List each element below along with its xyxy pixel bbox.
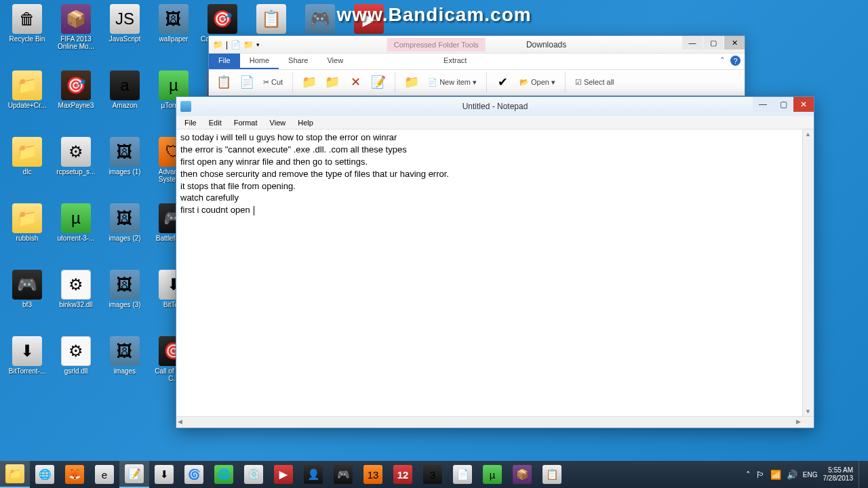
desktop-icon[interactable]: 📁rubbish <box>4 203 50 267</box>
context-tab-compressed[interactable]: Compressed Folder Tools <box>387 38 486 52</box>
taskbar-button[interactable]: 📄 <box>448 461 477 488</box>
qat-dropdown-icon[interactable]: ▾ <box>256 41 260 48</box>
desktop-icon-image: µ <box>61 203 91 233</box>
open-button[interactable]: 📂Open ▾ <box>517 77 558 88</box>
desktop-icon[interactable]: µutorrent-3-... <box>53 203 99 267</box>
taskbar-button[interactable]: 🦊 <box>60 461 90 488</box>
tray-clock[interactable]: 5:55 AM 7/28/2013 <box>823 466 854 483</box>
notepad-titlebar[interactable]: Untitled - Notepad — ▢ ✕ <box>176 97 814 116</box>
notepad-text-area[interactable]: so today i will tell u guys how to stop … <box>176 129 814 416</box>
desktop-icon-image: 📦 <box>61 4 91 34</box>
newfolder-icon[interactable]: 📁 <box>402 73 421 92</box>
menu-view[interactable]: View <box>264 117 292 128</box>
taskbar-button[interactable]: 3 <box>418 461 448 488</box>
minimize-button[interactable]: — <box>682 36 703 49</box>
menu-format[interactable]: Format <box>229 117 263 128</box>
taskbar-button[interactable]: µ <box>477 461 507 488</box>
desktop-icon[interactable]: 🎯MaxPayne3 <box>53 70 99 134</box>
desktop-icon[interactable]: aAmazon <box>102 70 148 134</box>
desktop-icon-image: 🎯 <box>61 70 91 100</box>
taskbar-button[interactable]: 📝 <box>119 461 149 488</box>
system-tray: ˄ 🏳 📶 🔊 ENG 5:55 AM 7/28/2013 <box>746 461 868 488</box>
cut-button[interactable]: ✂Cut <box>260 77 285 88</box>
taskbar-button[interactable]: 🎮 <box>328 461 358 488</box>
taskbar-button[interactable]: 🌐 <box>209 461 239 488</box>
copy-icon[interactable]: 📋 <box>214 73 233 92</box>
taskbar-button[interactable]: 12 <box>388 461 418 488</box>
tray-language[interactable]: ENG <box>803 471 818 479</box>
menu-file[interactable]: File <box>179 117 202 128</box>
notepad-menubar: File Edit Format View Help <box>176 116 814 129</box>
desktop-icon[interactable]: 📁Update+Cr... <box>4 70 50 134</box>
tray-volume-icon[interactable]: 🔊 <box>787 470 797 480</box>
menu-edit[interactable]: Edit <box>203 117 227 128</box>
scrollbar-horizontal[interactable] <box>176 416 814 428</box>
desktop-icon[interactable]: 📦FIFA 2013 Online Mo... <box>53 4 99 68</box>
desktop-icon-label: JavaScript <box>109 35 141 43</box>
close-button[interactable]: ✕ <box>724 36 745 49</box>
collapse-ribbon-icon[interactable]: ˄ <box>720 56 725 66</box>
copyto-icon[interactable]: 📁 <box>323 73 342 92</box>
close-button[interactable]: ✕ <box>793 97 814 112</box>
select-all-button[interactable]: ☑Select all <box>572 77 617 88</box>
new-doc-icon[interactable]: 📄 <box>231 40 241 49</box>
tab-extract[interactable]: Extract <box>434 54 476 69</box>
desktop-icon-label: bf3 <box>22 301 32 308</box>
paste-icon[interactable]: 📄 <box>237 73 256 92</box>
minimize-button[interactable]: — <box>753 97 773 112</box>
qat-folder-icon[interactable]: 📁 <box>243 40 254 49</box>
tab-file[interactable]: File <box>209 54 240 69</box>
taskbar-button[interactable]: ⬇ <box>149 461 179 488</box>
taskbar-button[interactable]: 👤 <box>298 461 328 488</box>
new-item-button[interactable]: 📄New item ▾ <box>425 77 479 88</box>
taskbar-button[interactable]: 📋 <box>537 461 567 488</box>
desktop-icon[interactable]: ⚙gsrld.dll <box>53 336 99 400</box>
tab-share[interactable]: Share <box>279 54 317 69</box>
tray-network-icon[interactable]: 📶 <box>770 470 781 480</box>
taskbar-icon: ⬇ <box>155 465 174 484</box>
folder-icon[interactable]: 📁 <box>213 40 223 49</box>
tab-home[interactable]: Home <box>240 54 279 69</box>
taskbar-button[interactable]: 13 <box>358 461 388 488</box>
tab-view[interactable]: View <box>317 54 353 69</box>
desktop-icon-image: 🎮 <box>12 270 42 300</box>
desktop-icon[interactable]: 🗑Recycle Bin <box>4 4 50 68</box>
show-desktop-button[interactable] <box>859 461 864 488</box>
help-icon[interactable]: ? <box>730 56 741 66</box>
desktop-icon-image: 🎯 <box>208 4 237 34</box>
desktop-icon[interactable]: 🖼images (1) <box>102 137 148 201</box>
desktop-icon[interactable]: 🖼wallpaper <box>151 4 197 68</box>
menu-help[interactable]: Help <box>292 117 319 128</box>
taskbar-button[interactable]: ▶ <box>269 461 298 488</box>
tray-flag-icon[interactable]: 🏳 <box>756 470 765 480</box>
explorer-titlebar[interactable]: 📁 | 📄 📁 ▾ Compressed Folder Tools Downlo… <box>209 36 745 54</box>
desktop-icon[interactable]: 🖼images (3) <box>102 270 148 333</box>
properties-icon[interactable]: ✔ <box>494 73 513 92</box>
tray-chevron-up-icon[interactable]: ˄ <box>746 470 751 480</box>
taskbar-button[interactable]: 🌀 <box>179 461 209 488</box>
desktop-icon[interactable]: JSJavaScript <box>102 4 148 68</box>
moveto-icon[interactable]: 📁 <box>300 73 319 92</box>
taskbar-button[interactable]: 🌐 <box>30 461 60 488</box>
desktop-icon[interactable]: 🖼images (2) <box>102 203 148 267</box>
taskbar-button[interactable]: 📁 <box>0 461 30 488</box>
taskbar-button[interactable]: e <box>90 461 119 488</box>
desktop-icon[interactable]: ⚙rcpsetup_s... <box>53 137 99 201</box>
desktop-icon[interactable]: ⚙binkw32.dll <box>53 270 99 333</box>
desktop-icon-image: 🖼 <box>110 137 140 167</box>
desktop-icon[interactable]: 🎮bf3 <box>4 270 50 333</box>
rename-icon[interactable]: 📝 <box>369 73 388 92</box>
desktop-icon-label: images (2) <box>108 235 140 242</box>
maximize-button[interactable]: ▢ <box>703 36 724 49</box>
taskbar-icon: ▶ <box>274 465 293 484</box>
delete-icon[interactable]: ✕ <box>346 73 365 92</box>
taskbar-icon: 3 <box>423 465 442 484</box>
taskbar-button[interactable]: 💿 <box>239 461 269 488</box>
maximize-button[interactable]: ▢ <box>773 97 793 112</box>
taskbar-button[interactable]: 📦 <box>507 461 537 488</box>
scrollbar-vertical[interactable] <box>802 129 814 416</box>
desktop-icon[interactable]: ⬇BitTorrent-... <box>4 336 50 400</box>
desktop-icon[interactable]: 🖼images <box>102 336 148 400</box>
desktop-icon[interactable]: 📁dlc <box>4 137 50 201</box>
taskbar-icon: 12 <box>393 465 412 484</box>
